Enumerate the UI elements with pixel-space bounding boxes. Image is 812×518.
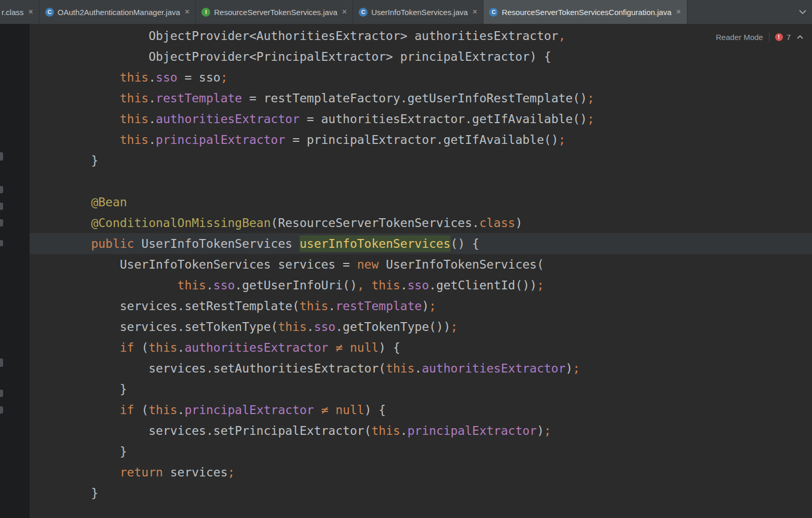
tab-label: UserInfoTokenServices.java xyxy=(371,8,468,17)
error-icon: ! xyxy=(775,33,783,41)
code-line[interactable]: ObjectProvider<PrincipalExtractor> princ… xyxy=(30,46,812,67)
interface-icon: I xyxy=(201,8,210,17)
code-line[interactable]: public UserInfoTokenServices userInfoTok… xyxy=(30,233,812,254)
code-line[interactable]: this.sso = sso; xyxy=(30,67,812,88)
clipped-icon xyxy=(0,186,3,193)
class-icon: C xyxy=(45,8,54,17)
tab-resource-server-token-services-configuration[interactable]: C ResourceServerTokenServicesConfigurati… xyxy=(483,0,687,24)
close-tab-icon[interactable]: × xyxy=(185,8,190,16)
tab-label: ResourceServerTokenServicesConfiguration… xyxy=(502,8,671,17)
class-icon: C xyxy=(359,8,368,17)
code-line[interactable]: } xyxy=(30,379,812,400)
code-line[interactable]: services.setPrincipalExtractor(this.prin… xyxy=(30,420,812,441)
clipped-icon xyxy=(0,152,3,161)
code-line[interactable]: return services; xyxy=(30,462,812,483)
tab-list-chevron-down-icon[interactable] xyxy=(799,0,807,24)
code-line[interactable]: UserInfoTokenServices services = new Use… xyxy=(30,254,812,275)
code-line[interactable] xyxy=(30,171,812,192)
code-line[interactable]: @ConditionalOnMissingBean(ResourceServer… xyxy=(30,212,812,233)
tab-resource-server-token-services[interactable]: I ResourceServerTokenServices.java × xyxy=(196,0,353,24)
clipped-icon xyxy=(0,203,3,210)
code-line[interactable]: services.setTokenType(this.sso.getTokenT… xyxy=(30,316,812,337)
class-icon: C xyxy=(489,8,498,17)
code-line[interactable]: } xyxy=(30,483,812,503)
clipped-icon xyxy=(0,219,3,227)
ide-window: r.class × C OAuth2AuthenticationManager.… xyxy=(0,0,812,518)
close-tab-icon[interactable]: × xyxy=(472,8,477,16)
code-line[interactable]: if (this.authoritiesExtractor ≠ null) { xyxy=(30,337,812,358)
current-line-marker xyxy=(0,240,3,246)
clipped-icon xyxy=(0,390,3,397)
code-line[interactable]: services.setRestTemplate(this.restTempla… xyxy=(30,296,812,316)
code-line[interactable]: this.sso.getUserInfoUri(), this.sso.getC… xyxy=(30,275,812,296)
code-line[interactable]: } xyxy=(30,150,812,171)
code-line[interactable]: services.setAuthoritiesExtractor(this.au… xyxy=(30,358,812,379)
code-editor[interactable]: Reader Mode ! 7 ObjectProvider<Authoriti… xyxy=(0,24,812,518)
tab-label: OAuth2AuthenticationManager.java xyxy=(58,8,180,17)
editor-tab-bar: r.class × C OAuth2AuthenticationManager.… xyxy=(0,0,812,24)
code-line[interactable]: this.authoritiesExtractor = authoritiesE… xyxy=(30,109,812,129)
toolbar-divider xyxy=(769,32,769,42)
clipped-icon xyxy=(0,406,3,414)
code-line[interactable]: } xyxy=(30,441,812,462)
close-tab-icon[interactable]: × xyxy=(676,8,681,16)
chevron-up-icon[interactable] xyxy=(796,35,804,39)
tab-label: ResourceServerTokenServices.java xyxy=(214,8,337,17)
left-tool-strip xyxy=(0,24,30,518)
tab-user-info-token-services[interactable]: C UserInfoTokenServices.java × xyxy=(353,0,483,24)
tab-oauth2-authentication-manager[interactable]: C OAuth2AuthenticationManager.java × xyxy=(39,0,196,24)
close-tab-icon[interactable]: × xyxy=(342,8,347,16)
close-tab-icon[interactable]: × xyxy=(29,8,33,16)
tab-label: r.class xyxy=(2,8,24,17)
error-count: 7 xyxy=(787,33,791,42)
code-content[interactable]: ObjectProvider<AuthoritiesExtractor> aut… xyxy=(30,24,812,518)
clipped-icon xyxy=(0,358,3,367)
inspections-widget[interactable]: ! 7 xyxy=(775,33,791,42)
reader-mode-button[interactable]: Reader Mode xyxy=(716,33,763,42)
tab-class-file[interactable]: r.class × xyxy=(0,0,39,24)
code-line[interactable]: @Bean xyxy=(30,192,812,212)
code-line[interactable]: this.principalExtractor = principalExtra… xyxy=(30,129,812,150)
editor-floating-toolbar: Reader Mode ! 7 xyxy=(716,29,804,45)
code-line[interactable]: ObjectProvider<AuthoritiesExtractor> aut… xyxy=(30,25,812,46)
code-line[interactable]: if (this.principalExtractor ≠ null) { xyxy=(30,400,812,420)
code-line[interactable]: this.restTemplate = restTemplateFactory.… xyxy=(30,88,812,109)
